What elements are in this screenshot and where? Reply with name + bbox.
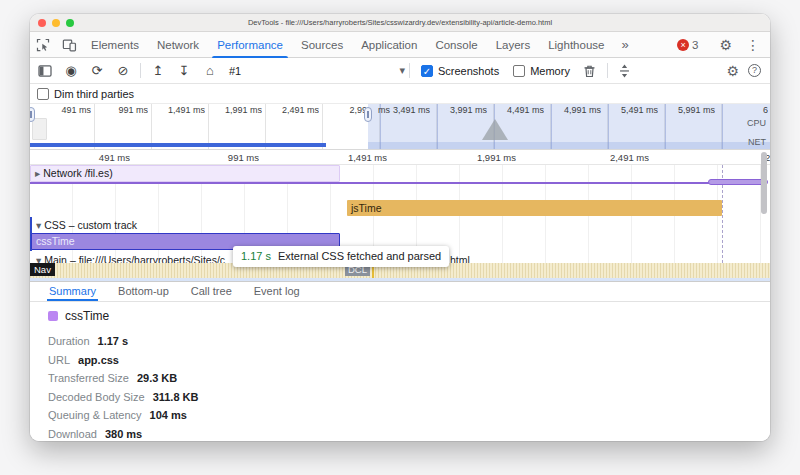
tab-bottom-up[interactable]: Bottom-up xyxy=(116,282,171,301)
nav-marker-badge[interactable]: Nav xyxy=(30,263,55,276)
overview-tick: 4,991 ms xyxy=(545,105,601,115)
summary-title: cssTime xyxy=(65,309,109,323)
console-error-badge[interactable]: × 3 xyxy=(677,39,698,51)
flame-chart-tracks: ▸ Network /fil.es) jsTime ▾ CSS – custom… xyxy=(30,165,770,281)
overview-net-band xyxy=(368,142,770,150)
overview-tick: 1,991 ms xyxy=(206,105,262,115)
summary-value: 104 ms xyxy=(150,409,187,421)
overview-tick: 991 ms xyxy=(92,105,148,115)
inspect-element-icon[interactable] xyxy=(30,38,56,52)
summary-value: 1.17 s xyxy=(98,335,129,347)
screenshots-checkbox[interactable]: ✓ Screenshots xyxy=(421,65,499,77)
tab-sources[interactable]: Sources xyxy=(292,32,352,58)
tab-elements[interactable]: Elements xyxy=(82,32,148,58)
summary-label: URL xyxy=(48,354,70,366)
error-icon: × xyxy=(677,39,689,51)
ruler-tick: 2,491 ms xyxy=(589,152,649,163)
screenshots-label: Screenshots xyxy=(438,65,499,77)
device-toolbar-icon[interactable] xyxy=(56,38,82,52)
summary-label: Download xyxy=(48,428,97,440)
overview-tick: 5,491 ms xyxy=(602,105,658,115)
summary-value: 29.3 KB xyxy=(137,372,177,384)
devtools-tabbar: Elements Network Performance Sources App… xyxy=(30,32,770,58)
css-track-label: CSS – custom track xyxy=(44,219,137,231)
overview-tick: 1,491 ms xyxy=(149,105,205,115)
overview-tick: 4,491 ms xyxy=(488,105,544,115)
cpu-activity-peak xyxy=(482,119,508,140)
capture-settings-gear-icon[interactable]: ⚙ xyxy=(719,63,746,79)
tab-call-tree[interactable]: Call tree xyxy=(189,282,234,301)
chevron-down-icon: ▾ xyxy=(399,64,405,77)
tab-application[interactable]: Application xyxy=(352,32,426,58)
titlebar: DevTools - file:///Users/harryroberts/Si… xyxy=(30,14,770,32)
devtools-window: DevTools - file:///Users/harryroberts/Si… xyxy=(30,14,770,441)
collapse-flame-chart-icon[interactable] xyxy=(612,64,638,78)
summary-value: app.css xyxy=(78,354,119,366)
summary-row-download: Download380 ms xyxy=(48,425,770,442)
tab-console[interactable]: Console xyxy=(426,32,486,58)
details-tabbar: Summary Bottom-up Call tree Event log xyxy=(30,281,770,302)
tab-summary[interactable]: Summary xyxy=(47,282,98,301)
csstime-label: cssTime xyxy=(36,235,75,247)
summary-label: Decoded Body Size xyxy=(48,391,145,403)
summary-row-decoded-body-size: Decoded Body Size311.8 KB xyxy=(48,388,770,407)
tab-performance[interactable]: Performance xyxy=(208,32,292,58)
collect-garbage-icon[interactable] xyxy=(577,64,603,78)
network-track-row[interactable]: ▸ Network /fil.es) xyxy=(30,165,340,182)
overview-tick: 2,491 ms xyxy=(263,105,319,115)
summary-row-queuing-latency: Queuing & Latency104 ms xyxy=(48,406,770,425)
screenshot-thumbnail xyxy=(32,118,47,140)
summary-pane: cssTime Duration1.17 s URLapp.css Transf… xyxy=(30,302,770,441)
panel-layout-icon[interactable] xyxy=(32,65,58,77)
window-right-drag-handle[interactable] xyxy=(364,107,372,122)
history-selected-value: #1 xyxy=(229,65,399,77)
summary-row-transferred-size: Transferred Size29.3 KB xyxy=(48,369,770,388)
save-profile-button[interactable]: ↧ xyxy=(171,63,197,78)
checkbox-checked-icon: ✓ xyxy=(421,65,433,77)
load-profile-button[interactable]: ↥ xyxy=(145,63,171,78)
help-icon[interactable]: ? xyxy=(748,64,761,77)
clear-recording-button[interactable]: ⊘ xyxy=(110,63,136,78)
summary-value: 380 ms xyxy=(105,428,142,440)
ruler-tick: 1,991 ms xyxy=(456,152,516,163)
detail-ruler: 491 ms 991 ms 1,491 ms 1,991 ms 2,491 ms… xyxy=(30,150,770,165)
memory-checkbox[interactable]: Memory xyxy=(513,65,570,77)
reload-and-record-button[interactable]: ⟳ xyxy=(84,63,110,78)
overview-tick: 3,991 ms xyxy=(431,105,487,115)
tab-network[interactable]: Network xyxy=(148,32,208,58)
vertical-scrollbar-thumb[interactable] xyxy=(761,152,767,214)
dim-third-parties-checkbox[interactable] xyxy=(37,88,49,100)
customize-devtools-icon[interactable]: ⋮ xyxy=(739,37,770,53)
window-title: DevTools - file:///Users/harryroberts/Si… xyxy=(30,18,770,27)
tab-layers[interactable]: Layers xyxy=(487,32,540,58)
live-metrics-home-button[interactable]: ⌂ xyxy=(197,63,223,78)
tab-event-log[interactable]: Event log xyxy=(252,282,302,301)
timeline-overview[interactable]: 491 ms 991 ms 1,491 ms 1,991 ms 2,491 ms… xyxy=(30,104,770,150)
network-request-overview-bar xyxy=(30,143,326,147)
network-request-segment[interactable] xyxy=(708,179,768,185)
network-track-label: Network /fil.es) xyxy=(43,167,112,179)
entry-tooltip: 1.17 sExternal CSS fetched and parsed xyxy=(233,246,449,267)
summary-row-duration: Duration1.17 s xyxy=(48,332,770,351)
settings-gear-icon[interactable]: ⚙ xyxy=(712,37,739,53)
overview-tick: 491 ms xyxy=(35,105,91,115)
disclosure-closed-icon: ▸ xyxy=(35,167,40,179)
history-dropdown[interactable]: #1 ▾ xyxy=(229,64,405,77)
ruler-tick: 991 ms xyxy=(199,152,259,163)
tab-lighthouse[interactable]: Lighthouse xyxy=(539,32,613,58)
record-button[interactable]: ◉ xyxy=(58,63,84,78)
dim-third-parties-label: Dim third parties xyxy=(54,88,134,100)
overview-tick: 5,991 ms xyxy=(659,105,715,115)
summary-header: cssTime xyxy=(48,309,770,323)
window-left-drag-handle[interactable] xyxy=(30,107,35,122)
memory-label: Memory xyxy=(530,65,570,77)
dim-third-parties-row: Dim third parties xyxy=(30,84,770,104)
css-custom-track-header[interactable]: ▾ CSS – custom track xyxy=(36,219,137,231)
more-tabs-icon[interactable]: » xyxy=(613,37,636,52)
network-track-underline xyxy=(30,182,722,184)
tooltip-duration: 1.17 s xyxy=(241,250,271,262)
summary-label: Duration xyxy=(48,335,90,347)
performance-toolbar: ◉ ⟳ ⊘ ↥ ↧ ⌂ #1 ▾ ✓ Screenshots Memory xyxy=(30,58,770,84)
overview-tick: 2,99 xyxy=(325,105,367,115)
jstime-entry-bar[interactable]: jsTime xyxy=(347,200,722,216)
